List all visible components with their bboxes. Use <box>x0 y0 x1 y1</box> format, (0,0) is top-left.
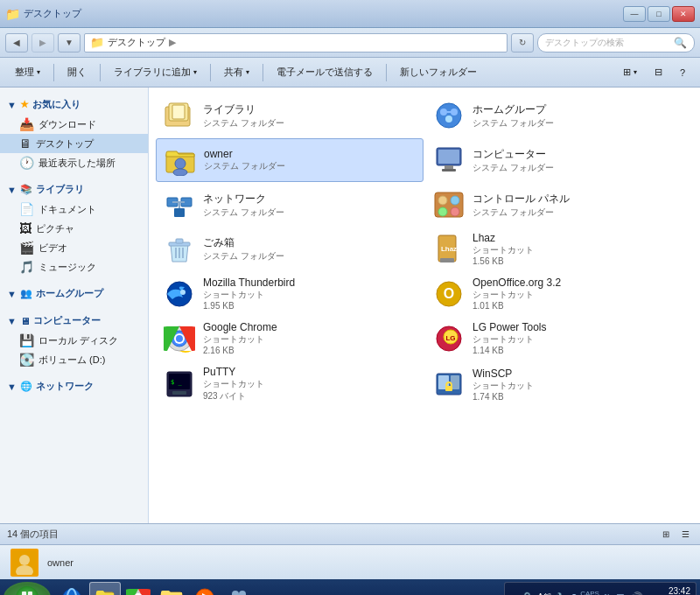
collapse-arrow-homegroup-icon: ▼ <box>7 289 17 299</box>
list-item[interactable]: コントロール パネル システム フォルダー <box>425 184 693 226</box>
network-header-icon: 🌐 <box>20 381 32 392</box>
start-button[interactable] <box>4 582 51 595</box>
system-clock[interactable]: 23:42 2010/03/31 <box>647 585 690 595</box>
file-info: OpenOffice.org 3.2 ショートカット 1.01 KB <box>472 276 686 311</box>
svg-rect-17 <box>174 208 185 217</box>
file-info: ホームグループ システム フォルダー <box>472 102 686 130</box>
help-button[interactable]: ? <box>672 62 693 83</box>
svg-rect-52 <box>445 386 452 391</box>
homegroup-icon: 👥 <box>20 288 32 299</box>
sidebar-network-header[interactable]: ▼ 🌐 ネットワーク <box>0 376 148 396</box>
sidebar-item-documents[interactable]: 📄 ドキュメント <box>0 200 148 219</box>
sidebar-favorites-header[interactable]: ▼ ★ お気に入り <box>0 94 148 115</box>
computer-icon: 🖥 <box>20 316 30 326</box>
videos-icon: 🎬 <box>19 241 34 255</box>
svg-point-6 <box>445 116 452 122</box>
sidebar: ▼ ★ お気に入り 📥 ダウンロード 🖥 デスクトップ 🕐 最近表示した場所 ▼… <box>0 88 149 523</box>
taskbar-folder-button[interactable] <box>156 582 187 595</box>
open-button[interactable]: 開く <box>60 62 94 83</box>
taskbar-people-button[interactable] <box>222 582 254 595</box>
search-icon: 🔍 <box>674 37 687 49</box>
toolbar-separator-3 <box>210 64 211 81</box>
volume-d-icon: 💽 <box>19 353 34 367</box>
view-button[interactable]: ⊞ ▾ <box>615 62 645 83</box>
taskbar-chrome-button[interactable] <box>122 582 154 595</box>
tray-network-icon[interactable]: 🔒 <box>521 592 534 595</box>
list-item[interactable]: Mozilla Thunderbird ショートカット 1.95 KB <box>156 272 424 315</box>
status-bar: 14 個の項目 ⊞ ☰ <box>0 523 700 544</box>
list-item[interactable]: LG LG Power Tools ショートカット 1.14 KB <box>425 317 693 360</box>
share-dropdown-icon: ▾ <box>246 68 249 76</box>
tray-monitor-icon[interactable]: 🖥 <box>614 592 626 596</box>
back-button[interactable]: ◀ <box>5 33 28 52</box>
recycle-bin-icon <box>163 233 196 266</box>
sidebar-item-volume-d[interactable]: 💽 ボリューム (D:) <box>0 350 148 369</box>
new-folder-button[interactable]: 新しいフォルダー <box>392 62 485 83</box>
sidebar-library-header[interactable]: ▼ 📚 ライブラリ <box>0 179 148 200</box>
list-item[interactable]: ネットワーク システム フォルダー <box>156 184 424 226</box>
address-arrow-icon: ▶ <box>169 37 176 48</box>
tray-arrows-icon[interactable]: ⇅ <box>603 592 611 596</box>
list-item[interactable]: ホームグループ システム フォルダー <box>425 94 693 136</box>
svg-point-54 <box>19 555 30 565</box>
taskbar-media-button[interactable] <box>189 582 220 595</box>
share-button[interactable]: 共有 ▾ <box>216 62 257 83</box>
statusbar-right: ⊞ ☰ <box>658 527 693 542</box>
system-tray: ◀ 🔒 A般 🔧 ? CAPSKANA ⇅ 🖥 🔊 23:42 2010/03/… <box>504 582 696 595</box>
file-info: コンピューター システム フォルダー <box>472 147 686 174</box>
details-view-button[interactable]: ☰ <box>677 527 693 542</box>
large-icons-view-button[interactable]: ⊞ <box>658 527 674 542</box>
list-item[interactable]: owner システム フォルダー <box>156 138 424 182</box>
sidebar-item-pictures[interactable]: 🖼 ピクチャ <box>0 219 148 238</box>
search-placeholder-text: デスクトップの検索 <box>545 37 624 49</box>
list-item[interactable]: ライブラリ システム フォルダー <box>156 94 424 136</box>
svg-rect-48 <box>172 391 186 395</box>
list-item[interactable]: Lhaz Lhaz ショートカット 1.56 KB <box>425 228 693 270</box>
svg-rect-58 <box>28 592 32 595</box>
refresh-button[interactable]: ↻ <box>511 33 534 52</box>
minimize-button[interactable]: — <box>623 6 646 22</box>
list-item[interactable]: Google Chrome ショートカット 2.16 KB <box>156 317 424 360</box>
maximize-button[interactable]: □ <box>648 6 670 22</box>
svg-rect-32 <box>440 258 454 262</box>
sidebar-item-videos[interactable]: 🎬 ビデオ <box>0 238 148 257</box>
file-info: Lhaz ショートカット 1.56 KB <box>472 232 686 266</box>
sidebar-computer-header[interactable]: ▼ 🖥 コンピューター <box>0 311 148 331</box>
list-item[interactable]: WinSCP ショートカット 1.74 KB <box>425 361 693 407</box>
close-button[interactable]: ✕ <box>672 6 695 22</box>
tray-settings-icon[interactable]: 🔧 <box>556 592 568 596</box>
address-folder-icon: 📁 <box>90 36 104 49</box>
svg-point-41 <box>176 335 183 342</box>
title-bar: 📁 デスクトップ — □ ✕ <box>0 0 700 28</box>
list-item[interactable]: ごみ箱 システム フォルダー <box>156 228 424 270</box>
tray-ime-icon[interactable]: A般 <box>537 592 552 595</box>
file-content-area: ライブラリ システム フォルダー ホームグループ システム フォ <box>149 88 700 523</box>
address-bar: ◀ ▶ ▼ 📁 デスクトップ ▶ ↻ デスクトップの検索 🔍 <box>0 28 700 58</box>
tray-volume-icon[interactable]: 🔊 <box>629 592 643 596</box>
sidebar-item-recent[interactable]: 🕐 最近表示した場所 <box>0 153 148 172</box>
sidebar-item-local-disk[interactable]: 💾 ローカル ディスク <box>0 331 148 350</box>
sidebar-item-music[interactable]: 🎵 ミュージック <box>0 257 148 276</box>
add-library-dropdown-icon: ▾ <box>193 68 197 76</box>
openoffice-icon: O <box>432 277 466 311</box>
sidebar-homegroup-header[interactable]: ▼ 👥 ホームグループ <box>0 284 148 304</box>
sidebar-item-download[interactable]: 📥 ダウンロード <box>0 115 148 134</box>
address-field[interactable]: 📁 デスクトップ ▶ <box>84 33 508 52</box>
search-field[interactable]: デスクトップの検索 🔍 <box>537 33 695 52</box>
add-library-button[interactable]: ライブラリに追加 ▾ <box>106 62 205 83</box>
network-file-icon <box>163 188 196 221</box>
tray-caps-kana-icon[interactable]: CAPSKANA <box>580 591 599 595</box>
forward-button[interactable]: ▶ <box>32 33 54 52</box>
taskbar-explorer-button[interactable] <box>89 582 121 595</box>
organize-button[interactable]: 整理 ▾ <box>7 62 48 83</box>
list-item[interactable]: $ _ PuTTY ショートカット 923 バイト <box>156 361 424 407</box>
list-item[interactable]: コンピューター システム フォルダー <box>425 138 693 182</box>
file-info: ライブラリ システム フォルダー <box>203 102 416 130</box>
send-email-button[interactable]: 電子メールで送信する <box>269 62 381 83</box>
list-item[interactable]: O OpenOffice.org 3.2 ショートカット 1.01 KB <box>425 272 693 315</box>
sidebar-item-desktop[interactable]: 🖥 デスクトップ <box>0 134 148 153</box>
layout-button[interactable]: ⊟ <box>647 62 670 83</box>
dropdown-button[interactable]: ▼ <box>58 33 80 52</box>
taskbar-ie-button[interactable]: e <box>56 582 88 595</box>
local-disk-icon: 💾 <box>19 333 34 347</box>
